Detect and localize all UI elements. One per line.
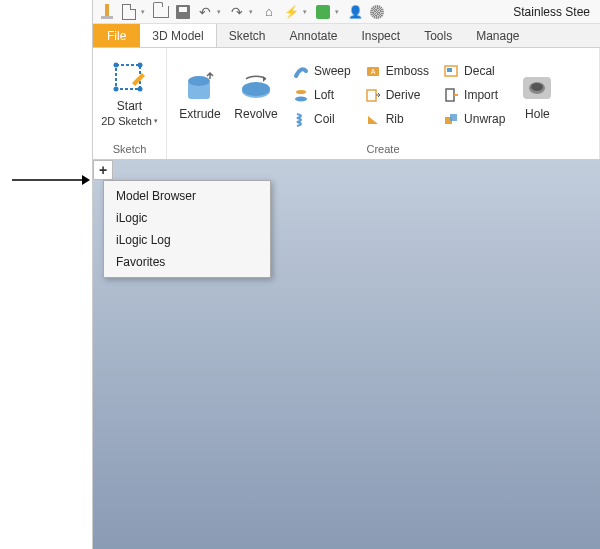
emboss-button[interactable]: AEmboss xyxy=(361,60,433,82)
extrude-button[interactable]: Extrude xyxy=(173,69,227,121)
revolve-label: Revolve xyxy=(234,107,277,121)
svg-rect-24 xyxy=(450,114,457,121)
svg-marker-14 xyxy=(263,76,266,82)
svg-point-27 xyxy=(531,83,543,91)
open-file-button[interactable] xyxy=(151,2,171,22)
start-sketch-label2: 2D Sketch xyxy=(101,115,152,128)
save-button[interactable] xyxy=(173,2,193,22)
loft-icon xyxy=(293,87,309,103)
add-browser-button[interactable]: + xyxy=(93,160,113,180)
appearance-dropdown[interactable]: ▾ xyxy=(335,8,343,16)
derive-button[interactable]: Derive xyxy=(361,84,433,106)
svg-rect-3 xyxy=(101,16,113,19)
tab-tools[interactable]: Tools xyxy=(412,24,464,47)
import-label: Import xyxy=(464,88,498,102)
rib-label: Rib xyxy=(386,112,404,126)
coil-icon xyxy=(293,111,309,127)
popup-item-ilogic[interactable]: iLogic xyxy=(104,207,270,229)
popup-item-favorites[interactable]: Favorites xyxy=(104,251,270,273)
svg-point-15 xyxy=(296,90,306,94)
browser-popup: Model Browser iLogic iLogic Log Favorite… xyxy=(103,180,271,278)
redo-button[interactable]: ↷ xyxy=(227,2,247,22)
svg-marker-9 xyxy=(132,73,145,86)
svg-point-5 xyxy=(113,63,118,68)
decal-icon xyxy=(443,63,459,79)
hole-button[interactable]: Hole xyxy=(515,69,559,121)
start-sketch-icon xyxy=(112,61,148,97)
filter-dropdown[interactable]: ▾ xyxy=(303,8,311,16)
filter-button[interactable]: ⚡ xyxy=(281,2,301,22)
svg-point-8 xyxy=(137,87,142,92)
ribbon-tabs: File 3D Model Sketch Annotate Inspect To… xyxy=(93,24,600,48)
new-file-dropdown[interactable]: ▾ xyxy=(141,8,149,16)
home-button[interactable]: ⌂ xyxy=(259,2,279,22)
annotation-arrow xyxy=(12,172,90,188)
coil-button[interactable]: Coil xyxy=(289,108,355,130)
loft-button[interactable]: Loft xyxy=(289,84,355,106)
ribbon: Start 2D Sketch▾ Sketch Extrude xyxy=(93,48,600,160)
derive-icon xyxy=(365,87,381,103)
emboss-label: Emboss xyxy=(386,64,429,78)
start-2d-sketch-button[interactable]: Start 2D Sketch▾ xyxy=(99,61,160,128)
tab-manage[interactable]: Manage xyxy=(464,24,531,47)
sweep-icon xyxy=(293,63,309,79)
hole-label: Hole xyxy=(525,107,550,121)
panel-sketch: Start 2D Sketch▾ Sketch xyxy=(93,48,167,159)
appearance-button[interactable] xyxy=(313,2,333,22)
svg-point-13 xyxy=(242,82,270,96)
svg-rect-4 xyxy=(116,65,140,89)
chevron-down-icon: ▾ xyxy=(154,117,158,125)
coil-label: Coil xyxy=(314,112,335,126)
decal-button[interactable]: Decal xyxy=(439,60,509,82)
revolve-button[interactable]: Revolve xyxy=(229,69,283,121)
model-canvas[interactable]: + Model Browser iLogic iLogic Log Favori… xyxy=(93,160,600,549)
svg-rect-21 xyxy=(447,68,452,72)
rib-button[interactable]: Rib xyxy=(361,108,433,130)
unwrap-label: Unwrap xyxy=(464,112,505,126)
svg-rect-22 xyxy=(446,89,454,101)
app-window: ▾ ↶ ▾ ↷ ▾ ⌂ ⚡ ▾ ▾ 👤 Stainless Stee File … xyxy=(92,0,600,549)
material-selector[interactable]: Stainless Stee xyxy=(507,5,596,19)
panel-create: Extrude Revolve Sweep Lof xyxy=(167,48,600,159)
emboss-icon: A xyxy=(365,63,381,79)
globe-icon[interactable] xyxy=(367,2,387,22)
rib-icon xyxy=(365,111,381,127)
svg-point-6 xyxy=(137,63,142,68)
svg-text:A: A xyxy=(370,68,375,75)
tab-3d-model[interactable]: 3D Model xyxy=(140,24,216,47)
inventor-logo-icon xyxy=(97,2,117,22)
sweep-label: Sweep xyxy=(314,64,351,78)
extrude-label: Extrude xyxy=(179,107,220,121)
svg-point-16 xyxy=(295,96,307,101)
tab-sketch[interactable]: Sketch xyxy=(217,24,278,47)
svg-rect-2 xyxy=(105,4,109,16)
unwrap-icon xyxy=(443,111,459,127)
extrude-icon xyxy=(182,69,218,105)
tab-file[interactable]: File xyxy=(93,24,140,47)
popup-item-model-browser[interactable]: Model Browser xyxy=(104,185,270,207)
svg-point-7 xyxy=(113,87,118,92)
quick-access-toolbar: ▾ ↶ ▾ ↷ ▾ ⌂ ⚡ ▾ ▾ 👤 Stainless Stee xyxy=(93,0,600,24)
new-file-button[interactable] xyxy=(119,2,139,22)
decal-label: Decal xyxy=(464,64,495,78)
redo-dropdown[interactable]: ▾ xyxy=(249,8,257,16)
tab-annotate[interactable]: Annotate xyxy=(277,24,349,47)
tab-inspect[interactable]: Inspect xyxy=(349,24,412,47)
popup-item-ilogic-log[interactable]: iLogic Log xyxy=(104,229,270,251)
panel-sketch-label: Sketch xyxy=(93,141,166,159)
svg-marker-1 xyxy=(82,175,90,185)
svg-point-11 xyxy=(188,76,210,86)
sweep-button[interactable]: Sweep xyxy=(289,60,355,82)
import-button[interactable]: Import xyxy=(439,84,509,106)
hole-icon xyxy=(519,69,555,105)
panel-create-label: Create xyxy=(167,141,599,159)
undo-button[interactable]: ↶ xyxy=(195,2,215,22)
user-button[interactable]: 👤 xyxy=(345,2,365,22)
unwrap-button[interactable]: Unwrap xyxy=(439,108,509,130)
undo-dropdown[interactable]: ▾ xyxy=(217,8,225,16)
revolve-icon xyxy=(238,69,274,105)
derive-label: Derive xyxy=(386,88,421,102)
svg-rect-19 xyxy=(367,90,376,101)
start-sketch-label1: Start xyxy=(117,99,142,113)
import-icon xyxy=(443,87,459,103)
